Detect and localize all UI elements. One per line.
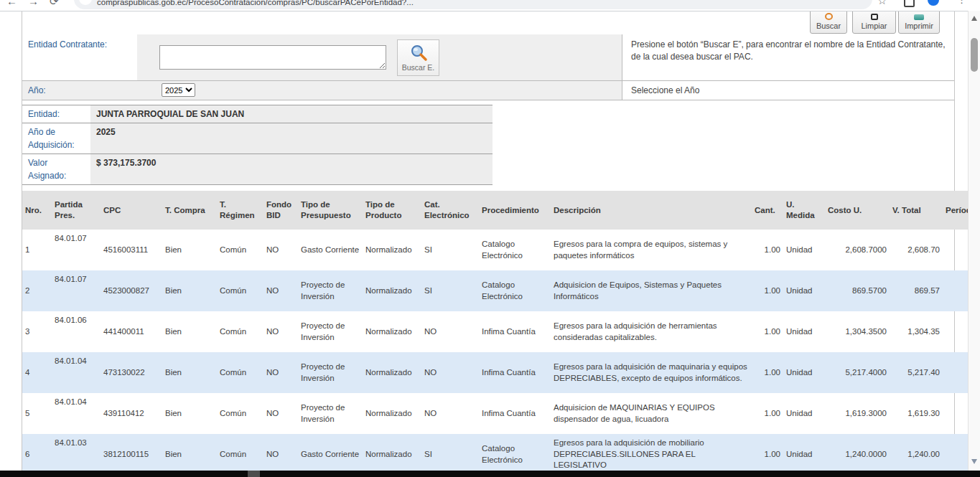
table-cell: Infima Cuantía [479,393,551,434]
bottom-bar-segment [248,471,260,477]
column-header: T. Régimen [217,191,263,230]
table-cell: Egresos para la adquisición de maquinari… [551,352,752,393]
table-cell: Común [217,434,263,475]
browser-chrome: ← → ⟳ compraspublicas.gob.ec/ProcesoCont… [0,0,980,11]
table-cell: Unidad [783,393,825,434]
table-cell: 1.00 [752,393,783,434]
table-cell: Catalogo Electrónico [479,230,551,270]
table-cell: Unidad [783,270,825,311]
column-header: Nro. [22,191,52,230]
table-cell: 1,304.35 [890,311,943,352]
entity-info-row: Entidad: JUNTA PARROQUIAL DE SAN JUAN [22,105,493,123]
entidad-contratante-label: Entidad Contratante: [28,39,107,49]
table-cell: Normalizado [363,393,421,434]
table-cell: 5 [22,393,52,434]
table-cell: SI [421,270,479,311]
reload-icon[interactable]: ⟳ [50,0,59,8]
entidad-contratante-row: Entidad Contratante: Buscar E. Presione … [22,34,954,81]
limpiar-button-label: Limpiar [861,22,887,30]
table-cell: Infima Cuantía [479,311,551,352]
table-cell: Normalizado [363,434,421,475]
column-header: CPC [101,191,162,230]
entity-info-row: Año de Adquisición: 2025 [22,123,493,154]
browser-window: ← → ⟳ compraspublicas.gob.ec/ProcesoCont… [0,0,980,477]
table-cell: Bien [162,352,217,393]
bottom-black-bar [0,471,980,477]
table-cell: Catalogo Electrónico [479,434,551,475]
entidad-info-label: Entidad: [22,105,90,123]
table-cell: Bien [162,393,217,434]
column-header: Tipo de Producto [363,191,421,230]
anio-help-text: Seleccione el Año [622,81,954,100]
table-cell: NO [263,311,298,352]
site-info-icon[interactable] [79,0,92,5]
scrollbar-down-icon[interactable] [971,459,977,464]
table-cell: Bien [162,311,217,352]
bookmark-star-icon[interactable]: ☆ [877,0,887,7]
header-row: Nro.Partida Pres.CPCT. CompraT. RégimenF… [22,191,980,230]
table-cell: SI [421,434,479,475]
table-cell: 84.01.04 [52,393,101,434]
table-cell: Común [217,352,263,393]
table-cell: Egresos para la adquisición de mobiliari… [551,434,752,475]
table-cell: Normalizado [363,311,421,352]
table-cell: 1,240.00 [890,434,943,475]
table-cell: Proyecto de Inversión [298,270,363,311]
address-bar[interactable]: compraspublicas.gob.ec/ProcesoContrataci… [74,0,872,9]
table-cell: Bien [162,434,217,475]
buscar-entidad-label: Buscar E. [402,63,435,72]
table-cell: NO [263,393,298,434]
scrollbar-up-icon[interactable] [971,16,977,21]
back-icon[interactable]: ← [6,0,17,7]
profile-avatar[interactable] [928,0,939,6]
table-cell: Unidad [783,434,825,475]
anio-label: Año: [28,85,46,95]
forward-icon[interactable]: → [28,0,39,7]
table-cell: 869.57 [890,270,943,311]
vertical-scrollbar[interactable] [968,11,980,477]
table-cell: 2,608.70 [890,230,943,270]
table-cell: Adquisicion de MAQUINARIAS Y EQUIPOS dis… [551,393,752,434]
magnifier-icon [409,44,428,62]
table-cell: 5,217.4000 [825,352,890,393]
table-cell: 1.00 [752,434,783,475]
column-header: Descripción [551,191,752,230]
table-cell: Catalogo Electrónico [479,270,551,311]
anio-adquisicion-label: Año de Adquisición: [22,123,90,154]
pac-table-body: 184.01.074516003111BienComúnNOGasto Corr… [22,230,980,477]
anio-select[interactable]: 2025 [162,83,195,97]
column-header: Procedimiento [479,191,551,230]
table-cell: SI [421,230,479,270]
table-cell: Común [217,311,263,352]
toolbar: Buscar Limpiar Imprimir [22,11,954,35]
table-cell: 1,304.3500 [825,311,890,352]
anio-adquisicion-value: 2025 [90,123,493,154]
pac-table: Nro.Partida Pres.CPCT. CompraT. RégimenF… [22,191,980,477]
tab-group-icon[interactable] [904,0,915,7]
table-cell: Normalizado [363,270,421,311]
table-cell: Proyecto de Inversión [298,311,363,352]
entidad-contratante-input[interactable] [159,45,386,70]
table-cell: Egresos para la adquisición de herramien… [551,311,752,352]
table-cell: 1.00 [752,352,783,393]
valor-asignado-value: $ 373,175.3700 [90,154,493,184]
table-cell: 441400011 [101,311,162,352]
table-cell: 84.01.04 [52,352,101,393]
anio-row: Año: 2025 Seleccione el Año [22,81,954,100]
table-cell: 1 [22,230,52,270]
table-cell: 1.00 [752,270,783,311]
table-cell: Unidad [783,230,825,270]
scrollbar-thumb[interactable] [971,38,978,72]
table-cell: Unidad [783,311,825,352]
table-cell: 1,619.30 [890,393,943,434]
column-header: Fondo BID [263,191,298,230]
column-header: T. Compra [162,191,217,230]
table-cell: 6 [22,434,52,475]
menu-dots-icon[interactable]: ⋮ [957,0,966,5]
table-cell: 84.01.07 [52,270,101,311]
table-cell: 1.00 [752,311,783,352]
table-cell: NO [421,311,479,352]
table-cell: Adquisicion de Equipos, Sistemas y Paque… [551,270,752,311]
buscar-entidad-button[interactable]: Buscar E. [397,39,439,76]
table-cell: 1,240.0000 [825,434,890,475]
